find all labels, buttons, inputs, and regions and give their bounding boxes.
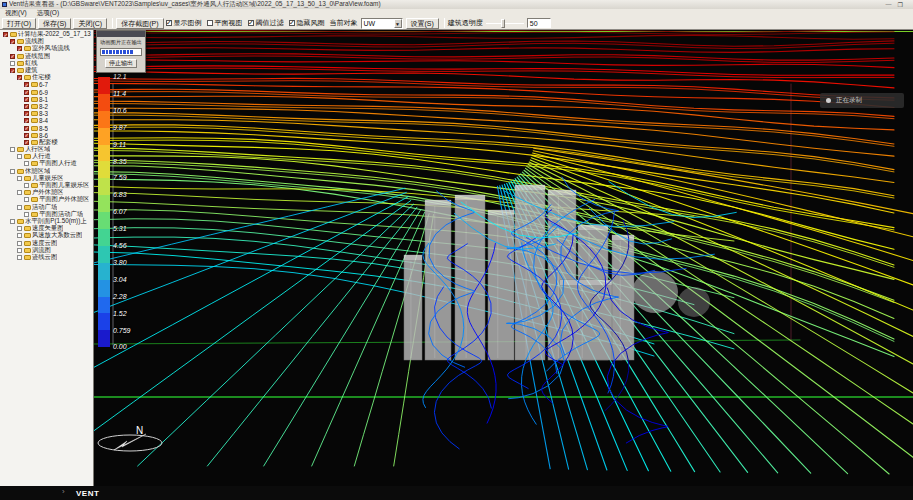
tree-item[interactable]: 8-5 [0, 124, 93, 131]
svg-text:N: N [136, 425, 143, 436]
tree-item-checkbox[interactable] [24, 161, 29, 166]
tree-item-checkbox[interactable] [24, 126, 29, 131]
building-opacity-input[interactable]: 50 [527, 18, 551, 28]
tree-item[interactable]: 住宅楼 [0, 74, 93, 81]
legend-value-label: 4.56 [113, 242, 127, 249]
show-legend-checkbox[interactable] [166, 20, 172, 26]
menu-view[interactable]: 视图(V) [0, 9, 32, 17]
tree-item-checkbox[interactable] [24, 111, 29, 116]
tree-item-checkbox[interactable] [24, 104, 29, 109]
tree-item-checkbox[interactable] [17, 176, 22, 181]
tree-item-checkbox[interactable] [24, 183, 29, 188]
minimize-button[interactable]: — [886, 1, 892, 8]
folder-icon [17, 68, 24, 73]
tree-item[interactable]: 6-9 [0, 89, 93, 96]
tree-item-checkbox[interactable] [24, 90, 29, 95]
tree-item-checkbox[interactable] [17, 75, 22, 80]
model-tree-panel[interactable]: 计算结果-2022_05_17_13流线图室外风场流线迹线范围红线建筑住宅楼6-… [0, 30, 94, 486]
progress-segment [116, 50, 119, 54]
tree-item-checkbox[interactable] [17, 154, 22, 159]
viewport-3d[interactable]: N 12.111.410.69.879.118.357.596.836.075.… [94, 30, 913, 486]
tree-item-checkbox[interactable] [24, 212, 29, 217]
threshold-filter-checkbox[interactable] [248, 20, 254, 26]
tree-item-checkbox[interactable] [17, 226, 22, 231]
statusbar-expander-icon[interactable]: › [62, 487, 65, 496]
tree-item-checkbox[interactable] [3, 32, 8, 37]
menu-options[interactable]: 选项(O) [32, 9, 64, 17]
checkbox-show-legend[interactable]: 显示图例 [166, 18, 202, 28]
current-object-label: 当前对象 [330, 18, 358, 28]
legend-color-segment [98, 128, 110, 145]
tree-item-checkbox[interactable] [17, 255, 22, 260]
current-object-select[interactable]: UW ▼ [361, 18, 403, 29]
tree-item-checkbox[interactable] [24, 133, 29, 138]
tree-item-checkbox[interactable] [10, 54, 15, 59]
tree-item[interactable]: 6-7 [0, 81, 93, 88]
folder-icon [31, 111, 38, 116]
tree-item[interactable]: 迹线云图 [0, 254, 93, 261]
tree-item-checkbox[interactable] [24, 197, 29, 202]
tree-item-checkbox[interactable] [10, 68, 15, 73]
folder-icon [24, 190, 31, 195]
progress-segment [130, 50, 133, 54]
tree-item-checkbox[interactable] [24, 118, 29, 123]
maximize-button[interactable]: ❐ [898, 1, 903, 8]
progress-segment [113, 50, 116, 54]
legend-color-segment [98, 330, 110, 347]
close-button[interactable]: 关闭(C) [73, 18, 107, 29]
save-button[interactable]: 保存(S) [38, 18, 71, 29]
folder-icon [24, 241, 31, 246]
dialog-message: 动画图片正在输出 [98, 39, 144, 46]
tree-item-checkbox[interactable] [17, 248, 22, 253]
animation-export-dialog: 动画图片正在输出 停止输出 [96, 30, 146, 73]
save-screenshot-button[interactable]: 保存截图(P) [116, 18, 163, 29]
plan-view-checkbox[interactable] [207, 20, 213, 26]
folder-icon [17, 169, 24, 174]
tree-item-checkbox[interactable] [24, 82, 29, 87]
folder-icon [31, 82, 38, 87]
slider-track [486, 23, 524, 24]
checkbox-threshold-filter[interactable]: 阈值过滤 [248, 18, 284, 28]
tree-item[interactable]: 8-2 [0, 103, 93, 110]
hide-windrose-checkbox[interactable] [289, 20, 295, 26]
tree-item[interactable]: 8-4 [0, 117, 93, 124]
tree-item-checkbox[interactable] [17, 241, 22, 246]
chevron-down-icon[interactable]: ▼ [394, 19, 402, 28]
tree-item-label: 6-7 [39, 81, 48, 88]
checkbox-plan-view[interactable]: 平面视图 [207, 18, 243, 28]
tree-item-checkbox[interactable] [10, 219, 15, 224]
tree-item-checkbox[interactable] [10, 147, 15, 152]
tree-item[interactable]: 8-1 [0, 96, 93, 103]
tree-item-checkbox[interactable] [17, 233, 22, 238]
building-opacity-label: 建筑透明度 [448, 18, 483, 28]
legend-color-segment [98, 246, 110, 263]
current-object-value: UW [362, 20, 394, 27]
tree-item-checkbox[interactable] [17, 46, 22, 51]
tree-item[interactable]: 红线 [0, 60, 93, 67]
legend-color-segment [98, 161, 110, 178]
progress-segment [137, 50, 140, 54]
recording-label: 正在录制 [836, 96, 862, 105]
tree-item-checkbox[interactable] [10, 61, 15, 66]
tree-item-checkbox[interactable] [10, 169, 15, 174]
building-opacity-slider[interactable] [486, 19, 524, 28]
tree-item[interactable]: 计算结果-2022_05_17_13 [0, 31, 93, 38]
status-bar: › VENT [0, 486, 913, 500]
tree-item-checkbox[interactable] [24, 97, 29, 102]
checkbox-hide-windrose[interactable]: 隐藏风圈 [289, 18, 325, 28]
folder-icon [24, 205, 31, 210]
stop-output-button[interactable]: 停止输出 [105, 59, 137, 68]
folder-icon [24, 248, 31, 253]
tree-item-checkbox[interactable] [17, 190, 22, 195]
tree-item-checkbox[interactable] [17, 205, 22, 210]
tree-item-checkbox[interactable] [10, 39, 15, 44]
tree-item[interactable]: 迹线范围 [0, 53, 93, 60]
slider-thumb[interactable] [501, 19, 505, 28]
tree-item[interactable]: 8-3 [0, 110, 93, 117]
progress-segment [127, 50, 130, 54]
tree-item-checkbox[interactable] [24, 140, 29, 145]
settings-button[interactable]: 设置(S) [406, 18, 439, 29]
open-button[interactable]: 打开(O) [2, 18, 36, 29]
tree-item-label: 8-2 [39, 103, 48, 110]
legend-value-label: 6.07 [113, 208, 127, 215]
